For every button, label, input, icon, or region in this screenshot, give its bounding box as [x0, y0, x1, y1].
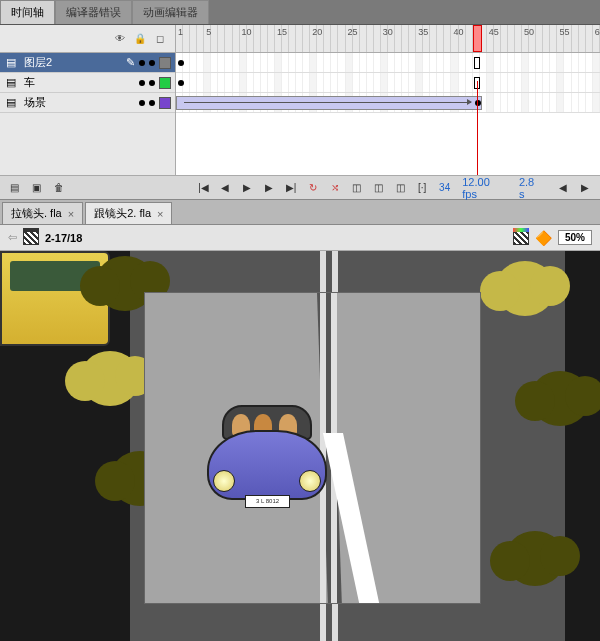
layer-color-box[interactable] — [159, 97, 171, 109]
license-plate: 3 L 8012 — [245, 495, 290, 508]
file-tab-label: 跟镜头2. fla — [94, 206, 151, 221]
tree-graphic — [530, 371, 590, 441]
scroll-right-button[interactable]: ▶ — [576, 179, 594, 197]
modify-markers-button[interactable]: ◫ — [391, 179, 409, 197]
edit-symbol-icon[interactable]: 🔶 — [535, 230, 552, 246]
stage[interactable]: 3 L 8012 — [0, 251, 600, 641]
playhead[interactable] — [473, 25, 482, 52]
tab-compiler-errors[interactable]: 编译器错误 — [55, 0, 132, 24]
back-icon[interactable]: ⇦ — [8, 231, 17, 244]
lock-dot[interactable] — [149, 80, 155, 86]
scene-bar: ⇦ 2-17/18 🔶 50% — [0, 225, 600, 251]
goto-first-button[interactable]: |◀ — [195, 179, 213, 197]
frame-end[interactable] — [474, 57, 480, 69]
timeline-header: 👁 🔒 ◻ — [0, 25, 600, 53]
canvas[interactable]: 3 L 8012 — [145, 293, 480, 603]
layer-row[interactable]: ▤ 车 — [0, 73, 175, 93]
file-tab-label: 拉镜头. fla — [11, 206, 62, 221]
zoom-display[interactable]: 50% — [558, 230, 592, 245]
scroll-left-button[interactable]: ◀ — [554, 179, 572, 197]
edit-multiple-button[interactable]: ◫ — [370, 179, 388, 197]
visibility-dot[interactable] — [139, 60, 145, 66]
eye-icon[interactable]: 👁 — [113, 32, 127, 46]
pencil-icon: ✎ — [126, 56, 135, 69]
fps-display: 12.00 fps — [458, 176, 511, 200]
file-tabs: 拉镜头. fla×跟镜头2. fla× — [0, 200, 600, 225]
layer-type-icon: ▤ — [4, 76, 18, 89]
lock-dot[interactable] — [149, 100, 155, 106]
frame-row[interactable] — [176, 93, 600, 113]
current-frame-display: 34 — [435, 182, 454, 193]
keyframe[interactable] — [178, 80, 184, 86]
layer-name-label: 场景 — [22, 95, 135, 110]
edit-scene-icon[interactable] — [513, 231, 529, 245]
frame-row[interactable] — [176, 53, 600, 73]
step-fwd-button[interactable]: ▶ — [260, 179, 278, 197]
tween-span[interactable] — [176, 96, 482, 110]
play-button[interactable]: ▶ — [238, 179, 256, 197]
delete-layer-button[interactable]: 🗑 — [50, 179, 68, 197]
onion-outline-button[interactable]: ◫ — [348, 179, 366, 197]
layers-area: ▤ 图层2 ✎ ▤ 车 ▤ 场景 — [0, 53, 600, 175]
outline-icon[interactable]: ◻ — [153, 32, 167, 46]
frames-grid[interactable] — [176, 53, 600, 175]
panel-tabs: 时间轴 编译器错误 动画编辑器 — [0, 0, 600, 25]
layer-type-icon: ▤ — [4, 56, 18, 69]
close-icon[interactable]: × — [157, 208, 163, 220]
timeline-panel: 👁 🔒 ◻ ▤ 图层2 ✎ ▤ 车 ▤ 场景 ▤ ▣ 🗑 |◀ ◀ ▶ ▶ ▶|… — [0, 25, 600, 200]
layer-color-box[interactable] — [159, 57, 171, 69]
layer-row[interactable]: ▤ 场景 — [0, 93, 175, 113]
new-folder-button[interactable]: ▣ — [28, 179, 46, 197]
goto-last-button[interactable]: ▶| — [282, 179, 300, 197]
tree-graphic — [495, 261, 555, 331]
tree-graphic — [505, 531, 565, 601]
tab-timeline[interactable]: 时间轴 — [0, 0, 55, 24]
layer-name-label: 图层2 — [22, 55, 122, 70]
car-graphic: 3 L 8012 — [207, 405, 327, 510]
file-tab[interactable]: 拉镜头. fla× — [2, 202, 83, 224]
layer-type-icon: ▤ — [4, 96, 18, 109]
markers-button[interactable]: [·] — [413, 179, 431, 197]
lock-dot[interactable] — [149, 60, 155, 66]
keyframe[interactable] — [178, 60, 184, 66]
loop-button[interactable]: ↻ — [304, 179, 322, 197]
file-tab[interactable]: 跟镜头2. fla× — [85, 202, 172, 224]
clapper-icon — [23, 231, 39, 245]
new-layer-button[interactable]: ▤ — [6, 179, 24, 197]
layer-column-header: 👁 🔒 ◻ — [0, 25, 176, 52]
frames-ruler[interactable] — [176, 25, 600, 52]
visibility-dot[interactable] — [139, 80, 145, 86]
keyframe[interactable] — [475, 100, 481, 106]
close-icon[interactable]: × — [68, 208, 74, 220]
tab-anim-editor[interactable]: 动画编辑器 — [132, 0, 209, 24]
onion-skin-button[interactable]: ⤭ — [326, 179, 344, 197]
layer-row[interactable]: ▤ 图层2 ✎ — [0, 53, 175, 73]
layers-list: ▤ 图层2 ✎ ▤ 车 ▤ 场景 — [0, 53, 176, 175]
step-back-button[interactable]: ◀ — [217, 179, 235, 197]
lock-icon[interactable]: 🔒 — [133, 32, 147, 46]
elapsed-time-display: 2.8 s — [515, 176, 546, 200]
scene-label: 2-17/18 — [45, 232, 82, 244]
layer-color-box[interactable] — [159, 77, 171, 89]
visibility-dot[interactable] — [139, 100, 145, 106]
layer-name-label: 车 — [22, 75, 135, 90]
playhead-line — [477, 81, 478, 175]
tree-graphic — [80, 351, 140, 421]
timeline-footer: ▤ ▣ 🗑 |◀ ◀ ▶ ▶ ▶| ↻ ⤭ ◫ ◫ ◫ [·] 34 12.00… — [0, 175, 600, 199]
frame-row[interactable] — [176, 73, 600, 93]
